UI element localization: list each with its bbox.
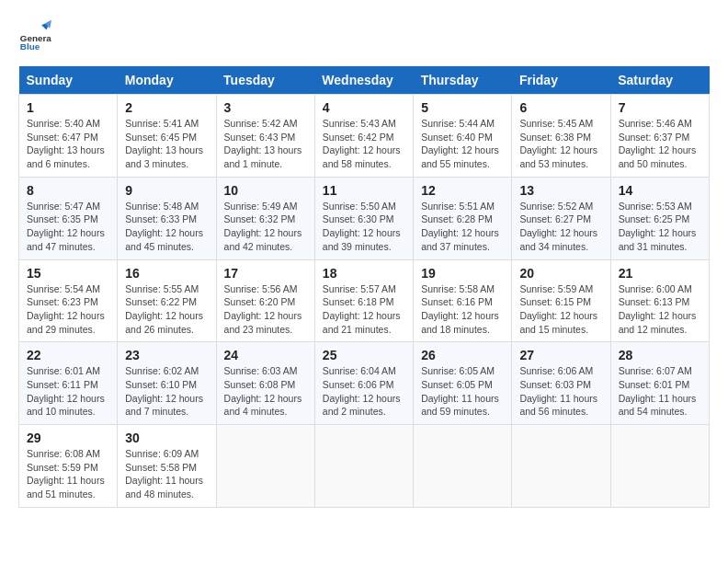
calendar-cell: 9 Sunrise: 5:48 AM Sunset: 6:33 PM Dayli… <box>118 177 216 259</box>
day-info: Sunrise: 5:41 AM Sunset: 6:45 PM Dayligh… <box>125 117 208 171</box>
calendar-week-row: 22 Sunrise: 6:01 AM Sunset: 6:11 PM Dayl… <box>19 342 710 425</box>
day-info: Sunrise: 6:01 AM Sunset: 6:11 PM Dayligh… <box>27 364 109 419</box>
col-header-sunday: Sunday <box>19 66 118 95</box>
calendar-header-row: SundayMondayTuesdayWednesdayThursdayFrid… <box>19 66 710 95</box>
day-number: 27 <box>519 348 602 362</box>
day-info: Sunrise: 5:54 AM Sunset: 6:23 PM Dayligh… <box>27 282 109 337</box>
day-number: 13 <box>519 183 602 198</box>
day-number: 18 <box>323 266 405 281</box>
calendar-cell: 7 Sunrise: 5:46 AM Sunset: 6:37 PM Dayli… <box>610 95 709 178</box>
calendar-cell: 6 Sunrise: 5:45 AM Sunset: 6:38 PM Dayli… <box>512 95 610 178</box>
day-info: Sunrise: 5:52 AM Sunset: 6:27 PM Dayligh… <box>519 200 602 254</box>
calendar-cell: 2 Sunrise: 5:41 AM Sunset: 6:45 PM Dayli… <box>118 95 216 178</box>
day-info: Sunrise: 6:07 AM Sunset: 6:01 PM Dayligh… <box>619 364 701 419</box>
day-info: Sunrise: 5:45 AM Sunset: 6:38 PM Dayligh… <box>519 117 602 171</box>
day-info: Sunrise: 5:48 AM Sunset: 6:33 PM Dayligh… <box>125 200 208 254</box>
day-number: 25 <box>323 348 405 362</box>
calendar-cell: 4 Sunrise: 5:43 AM Sunset: 6:42 PM Dayli… <box>314 95 413 178</box>
calendar-cell: 23 Sunrise: 6:02 AM Sunset: 6:10 PM Dayl… <box>118 342 216 425</box>
calendar-cell <box>314 425 413 508</box>
day-number: 1 <box>27 100 109 115</box>
calendar-cell: 25 Sunrise: 6:04 AM Sunset: 6:06 PM Dayl… <box>314 342 413 425</box>
day-info: Sunrise: 5:50 AM Sunset: 6:30 PM Dayligh… <box>323 200 405 254</box>
day-info: Sunrise: 6:05 AM Sunset: 6:05 PM Dayligh… <box>421 364 504 419</box>
day-info: Sunrise: 5:49 AM Sunset: 6:32 PM Dayligh… <box>224 200 307 254</box>
day-number: 5 <box>421 100 504 115</box>
day-number: 11 <box>323 183 405 198</box>
day-info: Sunrise: 5:44 AM Sunset: 6:40 PM Dayligh… <box>421 117 504 171</box>
calendar-cell: 28 Sunrise: 6:07 AM Sunset: 6:01 PM Dayl… <box>610 342 709 425</box>
day-info: Sunrise: 5:47 AM Sunset: 6:35 PM Dayligh… <box>27 200 109 254</box>
calendar-table: SundayMondayTuesdayWednesdayThursdayFrid… <box>18 66 710 508</box>
day-number: 12 <box>421 183 504 198</box>
day-number: 17 <box>224 266 307 281</box>
day-number: 21 <box>619 266 701 281</box>
day-info: Sunrise: 5:58 AM Sunset: 6:16 PM Dayligh… <box>421 282 504 337</box>
day-info: Sunrise: 5:57 AM Sunset: 6:18 PM Dayligh… <box>323 282 405 337</box>
day-info: Sunrise: 5:42 AM Sunset: 6:43 PM Dayligh… <box>224 117 307 171</box>
day-info: Sunrise: 5:40 AM Sunset: 6:47 PM Dayligh… <box>27 117 109 171</box>
day-info: Sunrise: 5:43 AM Sunset: 6:42 PM Dayligh… <box>323 117 405 171</box>
calendar-cell: 14 Sunrise: 5:53 AM Sunset: 6:25 PM Dayl… <box>610 177 709 259</box>
day-info: Sunrise: 5:55 AM Sunset: 6:22 PM Dayligh… <box>125 282 208 337</box>
col-header-tuesday: Tuesday <box>216 66 314 95</box>
col-header-wednesday: Wednesday <box>314 66 413 95</box>
calendar-week-row: 15 Sunrise: 5:54 AM Sunset: 6:23 PM Dayl… <box>19 259 710 342</box>
day-number: 9 <box>125 183 208 198</box>
col-header-thursday: Thursday <box>414 66 512 95</box>
logo: General Blue <box>18 18 57 52</box>
calendar-week-row: 29 Sunrise: 6:08 AM Sunset: 5:59 PM Dayl… <box>19 425 710 508</box>
day-number: 7 <box>619 100 701 115</box>
day-number: 22 <box>27 348 109 362</box>
svg-text:Blue: Blue <box>20 41 40 52</box>
day-number: 19 <box>421 266 504 281</box>
calendar-cell: 30 Sunrise: 6:09 AM Sunset: 5:58 PM Dayl… <box>118 425 216 508</box>
calendar-cell: 15 Sunrise: 5:54 AM Sunset: 6:23 PM Dayl… <box>19 259 118 342</box>
calendar-cell: 26 Sunrise: 6:05 AM Sunset: 6:05 PM Dayl… <box>414 342 512 425</box>
col-header-saturday: Saturday <box>610 66 709 95</box>
col-header-monday: Monday <box>118 66 216 95</box>
day-info: Sunrise: 6:03 AM Sunset: 6:08 PM Dayligh… <box>224 364 307 419</box>
calendar-cell: 5 Sunrise: 5:44 AM Sunset: 6:40 PM Dayli… <box>414 95 512 178</box>
day-number: 29 <box>27 431 109 445</box>
calendar-cell: 18 Sunrise: 5:57 AM Sunset: 6:18 PM Dayl… <box>314 259 413 342</box>
calendar-cell: 20 Sunrise: 5:59 AM Sunset: 6:15 PM Dayl… <box>512 259 610 342</box>
day-info: Sunrise: 5:46 AM Sunset: 6:37 PM Dayligh… <box>619 117 701 171</box>
calendar-cell: 11 Sunrise: 5:50 AM Sunset: 6:30 PM Dayl… <box>314 177 413 259</box>
calendar-cell: 16 Sunrise: 5:55 AM Sunset: 6:22 PM Dayl… <box>118 259 216 342</box>
day-number: 30 <box>125 431 208 445</box>
calendar-cell <box>414 425 512 508</box>
day-info: Sunrise: 6:04 AM Sunset: 6:06 PM Dayligh… <box>323 364 405 419</box>
logo-icon: General Blue <box>18 18 51 52</box>
day-info: Sunrise: 5:53 AM Sunset: 6:25 PM Dayligh… <box>619 200 701 254</box>
day-number: 2 <box>125 100 208 115</box>
day-number: 3 <box>224 100 307 115</box>
calendar-cell: 3 Sunrise: 5:42 AM Sunset: 6:43 PM Dayli… <box>216 95 314 178</box>
calendar-cell: 17 Sunrise: 5:56 AM Sunset: 6:20 PM Dayl… <box>216 259 314 342</box>
calendar-cell: 1 Sunrise: 5:40 AM Sunset: 6:47 PM Dayli… <box>19 95 118 178</box>
day-number: 14 <box>619 183 701 198</box>
day-number: 10 <box>224 183 307 198</box>
calendar-cell: 29 Sunrise: 6:08 AM Sunset: 5:59 PM Dayl… <box>19 425 118 508</box>
day-number: 26 <box>421 348 504 362</box>
day-number: 23 <box>125 348 208 362</box>
day-number: 24 <box>224 348 307 362</box>
calendar-cell: 13 Sunrise: 5:52 AM Sunset: 6:27 PM Dayl… <box>512 177 610 259</box>
col-header-friday: Friday <box>512 66 610 95</box>
day-info: Sunrise: 6:02 AM Sunset: 6:10 PM Dayligh… <box>125 364 208 419</box>
calendar-cell: 24 Sunrise: 6:03 AM Sunset: 6:08 PM Dayl… <box>216 342 314 425</box>
day-number: 8 <box>27 183 109 198</box>
calendar-cell <box>216 425 314 508</box>
calendar-cell: 19 Sunrise: 5:58 AM Sunset: 6:16 PM Dayl… <box>414 259 512 342</box>
calendar-cell: 12 Sunrise: 5:51 AM Sunset: 6:28 PM Dayl… <box>414 177 512 259</box>
day-number: 16 <box>125 266 208 281</box>
day-info: Sunrise: 6:09 AM Sunset: 5:58 PM Dayligh… <box>125 447 208 501</box>
calendar-week-row: 1 Sunrise: 5:40 AM Sunset: 6:47 PM Dayli… <box>19 95 710 178</box>
day-number: 6 <box>519 100 602 115</box>
day-info: Sunrise: 6:06 AM Sunset: 6:03 PM Dayligh… <box>519 364 602 419</box>
calendar-cell: 27 Sunrise: 6:06 AM Sunset: 6:03 PM Dayl… <box>512 342 610 425</box>
day-info: Sunrise: 5:59 AM Sunset: 6:15 PM Dayligh… <box>519 282 602 337</box>
day-info: Sunrise: 5:56 AM Sunset: 6:20 PM Dayligh… <box>224 282 307 337</box>
calendar-week-row: 8 Sunrise: 5:47 AM Sunset: 6:35 PM Dayli… <box>19 177 710 259</box>
day-number: 15 <box>27 266 109 281</box>
